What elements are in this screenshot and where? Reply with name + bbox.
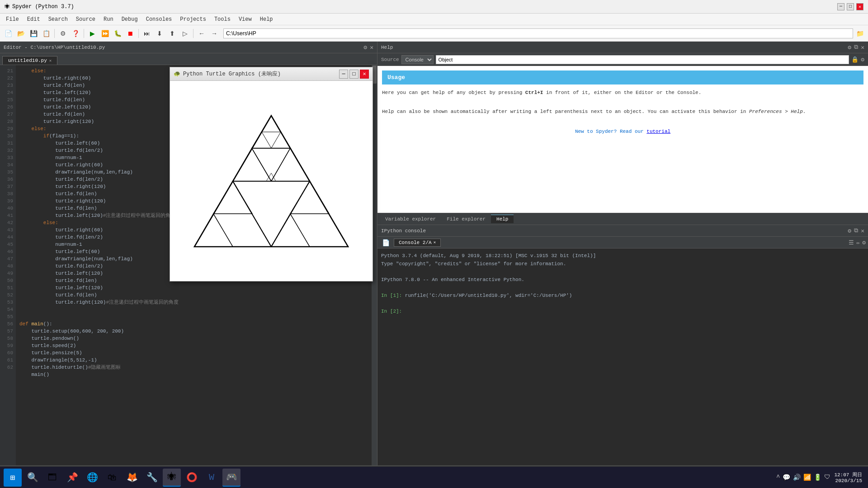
sys-chevron[interactable]: ^ <box>776 474 780 481</box>
save-file-button[interactable]: 💾 <box>28 28 39 39</box>
turtle-maximize[interactable]: □ <box>349 70 359 79</box>
console-tab-close[interactable]: ✕ <box>434 240 436 245</box>
taskbar-win7[interactable]: 🔧 <box>143 469 161 487</box>
copyright-text: Type "copyright", "credits" or "license"… <box>381 260 864 268</box>
menu-debug[interactable]: Debug <box>118 15 142 23</box>
turtle-minimize[interactable]: ─ <box>339 70 348 79</box>
taskbar-spyder[interactable]: 🕷 <box>163 469 181 487</box>
run-button[interactable]: ▶ <box>86 28 98 39</box>
path-input[interactable] <box>223 28 853 38</box>
turtle-window-title: Python Turtle Graphics (未响应) <box>183 70 281 78</box>
menu-tools[interactable]: Tools <box>211 15 234 23</box>
taskbar-ie[interactable]: 🌐 <box>83 469 101 487</box>
console-edit-btn[interactable]: ✏ <box>856 239 860 246</box>
step-into-button[interactable]: ⬇ <box>154 28 165 39</box>
window-controls: ─ □ ✕ <box>837 3 863 10</box>
continue-button[interactable]: ▷ <box>179 28 191 39</box>
tab-variable-explorer[interactable]: Variable explorer <box>380 215 441 223</box>
console-new-btn[interactable]: 📄 <box>380 237 392 249</box>
editor-close-icon[interactable]: ✕ <box>370 44 373 51</box>
start-button[interactable]: ⊞ <box>4 469 22 487</box>
menu-projects[interactable]: Projects <box>176 15 210 23</box>
menu-run[interactable]: Run <box>100 15 117 23</box>
svg-marker-7 <box>271 214 310 247</box>
maximize-button[interactable]: □ <box>847 3 854 10</box>
debug-button[interactable]: 🐛 <box>112 28 123 39</box>
editor-tab-active[interactable]: untitled10.py ✕ <box>2 56 57 65</box>
tab-help[interactable]: Help <box>491 215 514 223</box>
taskbar-edge[interactable]: 🦊 <box>123 469 141 487</box>
tutorial-anchor[interactable]: tutorial <box>646 129 670 134</box>
menu-file[interactable]: File <box>2 15 23 23</box>
console-content[interactable]: Python 3.7.4 (default, Aug 9 2019, 18:22… <box>377 249 868 476</box>
help-settings-icon[interactable]: ⚙ <box>848 44 851 51</box>
menu-help[interactable]: Help <box>256 15 277 23</box>
sys-network[interactable]: 📶 <box>803 474 811 481</box>
open-file-button[interactable]: 📂 <box>15 28 27 39</box>
preferences-button[interactable]: ⚙ <box>57 28 69 39</box>
taskbar-search[interactable]: 🔍 <box>24 469 42 487</box>
taskbar-game[interactable]: 🎮 <box>222 469 241 487</box>
editor-tab-close[interactable]: ✕ <box>49 58 52 63</box>
help-gear-icon[interactable]: ⚙ <box>861 56 864 63</box>
new-file-button[interactable]: 📄 <box>2 28 14 39</box>
menu-consoles[interactable]: Consoles <box>142 15 176 23</box>
close-button[interactable]: ✕ <box>856 3 863 10</box>
sys-antivirus[interactable]: 🛡 <box>824 474 830 481</box>
turtle-window[interactable]: 🐢 Python Turtle Graphics (未响应) ─ □ ✕ <box>170 67 373 282</box>
console-undock-icon[interactable]: ⧉ <box>854 227 858 234</box>
sys-volume[interactable]: 🔊 <box>793 474 801 481</box>
turtle-canvas <box>170 81 373 281</box>
svg-marker-8 <box>290 181 329 214</box>
help-lock-icon[interactable]: 🔒 <box>851 56 859 63</box>
source-select[interactable]: Console Editor <box>401 55 434 64</box>
console-menu-btn[interactable]: ☰ <box>849 239 854 246</box>
console-tab-active[interactable]: Console 2/A ✕ <box>394 239 441 247</box>
object-input[interactable] <box>436 55 849 64</box>
app-title: Spyder (Python 3.7) <box>12 4 74 10</box>
menu-edit[interactable]: Edit <box>24 15 44 23</box>
stop-button[interactable]: ⏹ <box>124 28 136 39</box>
save-all-button[interactable]: 📋 <box>40 28 52 39</box>
menu-search[interactable]: Search <box>45 15 71 23</box>
prompt2: In [2]: <box>381 309 402 314</box>
help-button[interactable]: ❓ <box>70 28 81 39</box>
taskbar-ring[interactable]: ⭕ <box>183 469 201 487</box>
editor-settings-icon[interactable]: ⚙ <box>363 44 367 51</box>
svg-marker-15 <box>266 173 276 181</box>
menu-view[interactable]: View <box>235 15 255 23</box>
clock-time: 12:07 周日 <box>834 471 862 478</box>
help-close-icon[interactable]: ✕ <box>861 44 864 51</box>
python-version-text: Python 3.7.4 (default, Aug 9 2019, 18:22… <box>381 252 864 260</box>
console-gear-btn[interactable]: ⚙ <box>862 239 866 246</box>
console-close-icon[interactable]: ✕ <box>861 227 864 235</box>
console-header: IPython console ⚙ ⧉ ✕ <box>377 225 868 237</box>
usage-text2: Help can also be shown automatically aft… <box>382 108 863 116</box>
run-cell-button[interactable]: ⏩ <box>99 28 111 39</box>
sys-battery[interactable]: 🔋 <box>814 474 821 481</box>
usage-title: Usage <box>387 74 858 81</box>
forward-button[interactable]: → <box>208 28 220 39</box>
turtle-close[interactable]: ✕ <box>360 70 369 79</box>
taskbar-store[interactable]: 🛍 <box>103 469 121 487</box>
usage-box: Usage <box>382 70 863 84</box>
step-out-button[interactable]: ⬆ <box>166 28 178 39</box>
taskbar-task-view[interactable]: 🗔 <box>43 469 61 487</box>
taskbar-clock[interactable]: 12:07 周日 2020/3/15 <box>834 471 862 483</box>
browse-button[interactable]: 📁 <box>854 28 866 39</box>
help-undock-icon[interactable]: ⧉ <box>854 44 858 51</box>
taskbar-pin1[interactable]: 📌 <box>63 469 81 487</box>
step-button[interactable]: ⏭ <box>141 28 153 39</box>
prompt2-line: In [2]: <box>381 308 864 316</box>
console-settings-icon[interactable]: ⚙ <box>848 227 851 235</box>
tab-file-explorer[interactable]: File explorer <box>441 215 491 223</box>
taskbar-right: ^ 💬 🔊 📶 🔋 🛡 12:07 周日 2020/3/15 <box>776 471 864 483</box>
sep1 <box>54 29 55 38</box>
back-button[interactable]: ← <box>196 28 208 39</box>
sys-msg[interactable]: 💬 <box>783 474 790 481</box>
menu-source[interactable]: Source <box>72 15 99 23</box>
taskbar-word[interactable]: W <box>203 469 221 487</box>
editor-header-icons: ⚙ ✕ <box>363 44 373 51</box>
svg-marker-6 <box>213 181 252 214</box>
minimize-button[interactable]: ─ <box>837 3 844 10</box>
